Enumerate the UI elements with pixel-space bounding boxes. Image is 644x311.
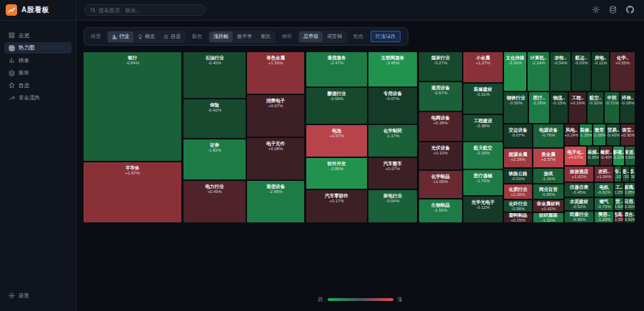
sidebar-item-heatmap[interactable]: 热力图	[4, 42, 71, 54]
treemap-tile[interactable]: 装修建材-0.31%	[463, 84, 503, 114]
treemap-tile[interactable]: 游戏-1.16%	[533, 169, 563, 183]
treemap-tile[interactable]: 贵金属+3.37%	[533, 149, 563, 167]
treemap-tile[interactable]: 民爆行业-0.95%	[565, 212, 593, 222]
treemap-tile[interactable]: 通信设备-2.48%	[247, 181, 304, 222]
treemap-tile[interactable]: 交运设备-0.07%	[504, 124, 532, 147]
treemap-tile[interactable]: 电网设备+0.38%	[419, 112, 462, 141]
treemap-tile[interactable]: 医疗器械-1.70%	[463, 170, 503, 195]
sidebar-item-ranking[interactable]: 榜单	[4, 55, 71, 66]
treemap-tile[interactable]: 工..-0.25%	[615, 183, 623, 197]
treemap-tile[interactable]: 汽车整车+0.07%	[368, 158, 417, 189]
treemap-tile[interactable]: 能源金属+2.28%	[504, 149, 532, 167]
treemap-tile[interactable]: 仪器仪表-0.45%	[565, 183, 593, 197]
treemap-tile[interactable]: 工程建设-0.38%	[463, 115, 503, 141]
treemap-tile[interactable]: 互联网服务-3.45%	[368, 52, 417, 87]
treemap-tile[interactable]: 造..-0.30%	[623, 167, 629, 182]
treemap-tile[interactable]: 商业百货-0.85%	[533, 184, 563, 199]
treemap-tile[interactable]: 农牧..-0.54%	[550, 52, 570, 91]
treemap-tile[interactable]: 贸..-0.90%	[615, 198, 623, 210]
treemap-tile[interactable]: 酿酒行业-0.59%	[306, 88, 367, 124]
treemap-tile[interactable]: 中药-0.71%	[605, 92, 619, 123]
treemap-tile[interactable]: 房地..-0.11%	[592, 52, 609, 91]
treemap-tile[interactable]: 电池+3.57%	[306, 125, 367, 157]
treemap-tile[interactable]: 影视..-3.10%	[613, 147, 624, 165]
treemap-tile[interactable]: 化学制品+1.05%	[419, 171, 462, 198]
toolbar-option-成交额[interactable]: 成交额	[323, 31, 346, 42]
sidebar-item-watchlist[interactable]: 自选	[4, 80, 71, 92]
search-input[interactable]	[99, 7, 200, 14]
treemap-tile[interactable]: 电源设备-0.76%	[533, 124, 563, 147]
treemap-tile[interactable]: 贸易..-0.43%	[607, 124, 620, 145]
treemap-tile[interactable]: 装修..-1.35%	[580, 124, 592, 145]
treemap-tile[interactable]: 航空..-0.32%	[588, 92, 603, 123]
treemap-tile[interactable]: 航运..-0.03%	[572, 52, 590, 91]
treemap-tile[interactable]: 医疗..-2.26%	[529, 92, 549, 123]
treemap-tile[interactable]: 生物制品-1.53%	[419, 199, 462, 222]
treemap-tile[interactable]: 通用设备-0.67%	[419, 82, 462, 111]
treemap-tile[interactable]: 采掘..-0.35%	[588, 147, 599, 165]
treemap-tile[interactable]: 家电行业-0.64%	[368, 190, 417, 222]
treemap-tile[interactable]: 橡胶..+0.40%	[600, 147, 612, 165]
treemap-tile[interactable]: 消费电子+0.07%	[247, 95, 304, 137]
treemap-tile[interactable]: 光学光电子-0.12%	[463, 197, 503, 222]
treemap-tile[interactable]: 综..-0.30%	[630, 167, 635, 182]
treemap-tile[interactable]: 玻璃..-0.85%	[625, 183, 635, 197]
treemap-tile[interactable]: 化学制药-1.17%	[368, 125, 417, 157]
toolbar-option-自选[interactable]: 自选	[159, 31, 185, 42]
treemap-tile[interactable]: 日用..-0.40%	[625, 198, 635, 210]
toolbar-option-概念[interactable]: 概念	[134, 31, 159, 42]
treemap-tile[interactable]: 半导体+1.67%	[84, 162, 181, 222]
treemap-tile[interactable]: 纺织服装-1.32%	[533, 213, 563, 222]
sidebar-item-sectors[interactable]: 板块	[4, 67, 71, 79]
treemap-tile[interactable]: 专..-1.10%	[615, 167, 621, 182]
treemap-tile[interactable]: 教育-2.08%	[593, 124, 605, 145]
treemap-tile[interactable]: 航天航空-2.18%	[463, 142, 503, 169]
treemap-tile[interactable]: 软件开发-2.86%	[306, 158, 367, 189]
treemap-tile[interactable]: 水泥建材-0.52%	[565, 198, 593, 210]
treemap-tile[interactable]: 综合..-0.50%	[625, 212, 635, 222]
treemap-tile[interactable]: 家居..-0.60%	[625, 147, 635, 165]
treemap-tile[interactable]: 燃气-0.73%	[595, 198, 613, 210]
treemap-tile[interactable]: 物流..-0.15%	[550, 92, 568, 123]
treemap-tile[interactable]: 光伏设备+0.10%	[419, 142, 462, 169]
treemap-tile[interactable]: 环保..-0.18%	[620, 92, 635, 123]
treemap-tile[interactable]: 农药..+1.04%	[595, 167, 613, 182]
treemap-tile[interactable]: 美容..-1.20%	[595, 212, 613, 222]
search-box[interactable]	[84, 4, 206, 16]
sidebar-item-fund-flow[interactable]: 资金流向	[4, 92, 71, 104]
treemap-tile[interactable]: 化学..+0.55%	[610, 52, 635, 91]
data-button[interactable]	[608, 5, 618, 16]
treemap-tile[interactable]: 非金属材料+0.42%	[533, 200, 563, 212]
treemap-tile[interactable]: 煤炭行业-0.27%	[419, 52, 462, 81]
treemap-tile[interactable]: 计算机..-2.24%	[528, 52, 549, 91]
treemap-tile[interactable]: 钢铁行业-0.50%	[504, 92, 528, 123]
treemap-tile[interactable]: 工程..+0.16%	[569, 92, 586, 123]
theme-button[interactable]	[590, 5, 601, 16]
treemap-tile[interactable]: 石油行业-0.40%	[183, 52, 246, 98]
toolbar-option-红涨绿跌[interactable]: 红涨绿跌	[371, 31, 401, 42]
treemap-tile[interactable]: 汽车零部件+0.17%	[306, 190, 367, 222]
sidebar-item-settings[interactable]: 设置	[4, 290, 71, 302]
treemap-tile[interactable]: 银行-0.84%	[84, 52, 181, 161]
treemap-tile[interactable]: 文化传媒-3.06%	[504, 52, 526, 91]
treemap-tile[interactable]: 通信服务-2.47%	[306, 52, 367, 87]
treemap-tile[interactable]: 旅游酒店+1.62%	[565, 167, 593, 182]
sidebar-item-overview[interactable]: 总览	[4, 30, 71, 41]
github-button[interactable]	[625, 5, 635, 16]
treemap-tile[interactable]: 化纤行业-0.58%	[504, 200, 532, 212]
treemap-tile[interactable]: 珠宝..+0.30%	[621, 124, 635, 145]
treemap-tile[interactable]: 风电..+0.24%	[565, 124, 578, 145]
treemap-tile[interactable]: 电机-0.62%	[595, 183, 613, 197]
toolbar-option-行业[interactable]: 行业	[108, 31, 134, 42]
treemap-tile[interactable]: 化肥行业+2.26%	[504, 184, 532, 199]
treemap-tile[interactable]: 小金属+1.27%	[463, 52, 503, 82]
treemap-tile[interactable]: 塑料制品+0.25%	[504, 213, 532, 222]
toolbar-option-总市值[interactable]: 总市值	[299, 31, 323, 42]
treemap-tile[interactable]: 包装..+0.35%	[615, 212, 623, 222]
treemap-tile[interactable]: 电子元件+0.08%	[247, 138, 304, 179]
treemap-tile[interactable]: 电力行业+0.49%	[183, 181, 246, 222]
treemap-tile[interactable]: 专用设备-0.07%	[368, 88, 417, 124]
toolbar-option-换手率[interactable]: 换手率	[233, 31, 256, 42]
treemap-tile[interactable]: 铁路公路-0.03%	[504, 169, 532, 183]
treemap-tile[interactable]: 电子化..+4.67%	[565, 147, 586, 165]
